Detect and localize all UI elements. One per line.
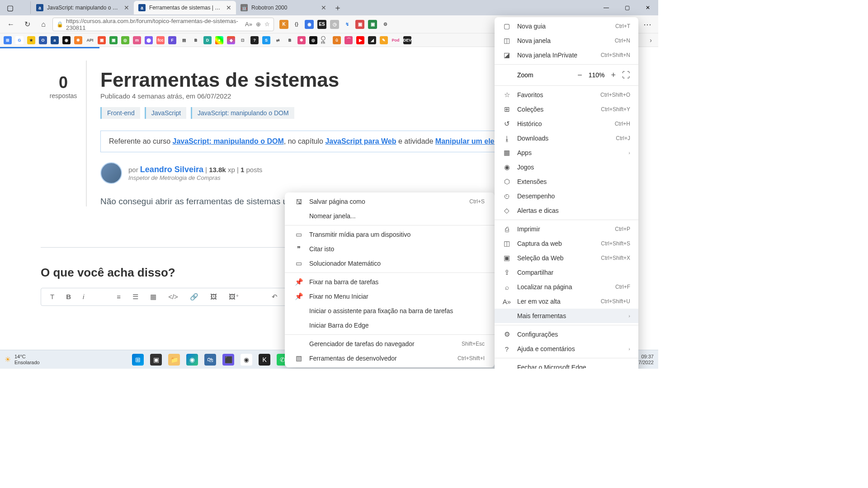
submenu-cite[interactable]: ❞ Citar isto [285, 242, 495, 256]
avatar[interactable] [100, 162, 122, 184]
browser-tab[interactable]: 🤖 Robotron 2000 ✕ [236, 1, 331, 14]
bookmark-icon[interactable]: ⊞ [4, 36, 12, 44]
menu-print[interactable]: ⎙ImprimirCtrl+P [495, 222, 638, 236]
bookmark-icon[interactable]: DEV [403, 36, 411, 44]
bookmark-icon[interactable]: G [15, 36, 24, 44]
tag[interactable]: Front-end [100, 107, 140, 119]
explorer-icon[interactable]: 📁 [168, 354, 180, 366]
zoom-indicator-icon[interactable]: ⊕ [256, 21, 261, 28]
submenu-task-manager[interactable]: Gerenciador de tarefas do navegador Shif… [285, 337, 495, 351]
bookmark-icon[interactable]: Pod [392, 36, 400, 44]
bookmark-icon[interactable]: û [333, 36, 341, 44]
settings-menu-button[interactable]: ⋯ [640, 17, 655, 32]
ext-icon[interactable]: ES [317, 20, 326, 29]
bookmark-icon[interactable]: ? [250, 36, 259, 44]
favorite-icon[interactable]: ☆ [264, 21, 270, 28]
address-bar[interactable]: 🔒 https://cursos.alura.com.br/forum/topi… [52, 18, 274, 31]
bookmark-icon[interactable]: ◯ rh [321, 36, 329, 44]
format-text-icon[interactable]: T [50, 293, 54, 301]
bookmark-icon[interactable]: ✎ [380, 36, 388, 44]
minimize-button[interactable]: — [596, 0, 617, 15]
start-button[interactable]: ⊞ [132, 354, 144, 366]
ext-icon[interactable]: ◉ [305, 20, 314, 29]
menu-share[interactable]: ⇪Compartilhar [495, 265, 638, 280]
submenu-launch-bar[interactable]: Iniciar Barra do Edge [285, 318, 495, 333]
menu-new-window[interactable]: ◫Nova janelaCtrl+N [495, 33, 638, 48]
bookmark-icon[interactable]: 🗎 [286, 36, 294, 44]
ref-chapter-link[interactable]: JavaScript para Web [325, 137, 396, 145]
bookmark-icon[interactable]: ✱ [74, 36, 82, 44]
menu-help[interactable]: ?Ajuda e comentários› [495, 342, 638, 356]
bookmark-icon[interactable]: D [203, 36, 212, 44]
bookmark-icon[interactable]: ◎ [121, 36, 129, 44]
menu-extensions[interactable]: ⬡Extensões [495, 174, 638, 189]
menu-find[interactable]: ⌕Localizar na páginaCtrl+F [495, 280, 638, 294]
tab-actions-icon[interactable]: ▢ [4, 1, 16, 14]
bookmark-icon[interactable]: ⊡ [239, 36, 247, 44]
chrome-icon[interactable]: ◉ [241, 354, 252, 366]
bookmark-icon[interactable]: ▤ [180, 36, 188, 44]
menu-games[interactable]: ◉Jogos [495, 160, 638, 174]
bookmark-icon[interactable]: ◎ [309, 36, 317, 44]
menu-favorites[interactable]: ☆FavoritosCtrl+Shift+O [495, 88, 638, 102]
bookmark-icon[interactable]: m [133, 36, 141, 44]
ext-icon[interactable]: ◷ [330, 20, 339, 29]
submenu-pin-assist[interactable]: Iniciar o assistente para fixação na bar… [285, 304, 495, 318]
browser-tab[interactable]: a JavaScript: manipulando o DOM ✕ [32, 1, 134, 14]
menu-new-tab[interactable]: ▢Nova guiaCtrl+T [495, 19, 638, 33]
close-icon[interactable]: ✕ [226, 4, 231, 11]
bookmark-icon[interactable]: O [39, 36, 47, 44]
bookmark-icon[interactable]: ★ [27, 36, 35, 44]
app-icon[interactable]: ⬛ [222, 354, 234, 366]
image-icon[interactable]: 🖼 [210, 293, 217, 301]
zoom-out-button[interactable]: − [577, 70, 582, 80]
bookmark-icon[interactable]: ✱ [297, 36, 306, 44]
menu-new-inprivate[interactable]: ◪Nova janela InPrivateCtrl+Shift+N [495, 48, 638, 62]
ext-icon[interactable]: ▣ [368, 20, 377, 29]
window-close-button[interactable]: ✕ [637, 0, 658, 15]
menu-close-edge[interactable]: Fechar o Microsoft Edge [495, 360, 638, 369]
submenu-save-as[interactable]: 🖫 Salvar página como Ctrl+S [285, 194, 495, 209]
bookmark-icon[interactable]: 🗎 [192, 36, 200, 44]
submenu-pin-taskbar[interactable]: 📌 Fixar na barra de tarefas [285, 275, 495, 289]
bookmark-icon[interactable]: a [51, 36, 59, 44]
ext-icon[interactable]: {} [292, 20, 301, 29]
code-icon[interactable]: </> [168, 293, 178, 301]
bookmark-icon[interactable]: ⬤ [145, 36, 153, 44]
undo-icon[interactable]: ↶ [272, 293, 278, 301]
menu-performance[interactable]: ⏲Desempenho [495, 189, 638, 203]
menu-history[interactable]: ↺HistóricoCtrl+H [495, 117, 638, 131]
home-button[interactable]: ⌂ [36, 17, 51, 32]
list-ordered-icon[interactable]: ≡ [117, 293, 121, 301]
italic-icon[interactable]: i [83, 293, 84, 301]
submenu-devtools[interactable]: ▧ Ferramentas de desenvolvedor Ctrl+Shif… [285, 351, 495, 366]
menu-more-tools[interactable]: Mais ferramentas› [495, 309, 638, 323]
tag[interactable]: JavaScript: manipulando o DOM [191, 107, 294, 119]
link-icon[interactable]: 🔗 [190, 293, 198, 301]
table-icon[interactable]: ▦ [150, 293, 156, 301]
bookmark-icon[interactable]: ◆ [227, 36, 235, 44]
bookmark-icon[interactable]: ⇄ [274, 36, 282, 44]
zoom-in-button[interactable]: + [611, 70, 616, 80]
back-button[interactable]: ← [4, 17, 18, 32]
bookmark-icon[interactable]: ▣ [109, 36, 118, 44]
bookmark-icon[interactable]: F [168, 36, 176, 44]
browser-tab-active[interactable]: a Ferramentas de sistemas | JavaSc ✕ [134, 1, 236, 14]
submenu-pin-start[interactable]: 📌 Fixar no Menu Iniciar [285, 289, 495, 304]
bold-icon[interactable]: B [66, 293, 71, 301]
bookmark-icon[interactable]: API [86, 36, 94, 44]
taskview-icon[interactable]: ▣ [150, 354, 162, 366]
edge-icon[interactable]: ◉ [186, 354, 198, 366]
bookmark-icon[interactable]: ▶ [356, 36, 364, 44]
ext-icon[interactable]: ⚙ [381, 20, 390, 29]
weather-widget[interactable]: ☀ 14°CEnsolarado [5, 354, 40, 365]
ref-course-link[interactable]: JavaScript: manipulando o DOM [173, 137, 284, 145]
refresh-button[interactable]: ↻ [20, 17, 34, 32]
close-icon[interactable]: ✕ [124, 4, 129, 11]
list-unordered-icon[interactable]: ☰ [132, 293, 138, 301]
menu-collections[interactable]: ⊞ColeçõesCtrl+Shift+Y [495, 102, 638, 117]
fullscreen-icon[interactable]: ⛶ [622, 70, 630, 80]
menu-apps[interactable]: ▦Apps› [495, 145, 638, 160]
read-aloud-icon[interactable]: A» [245, 21, 252, 28]
menu-web-select[interactable]: ▣Seleção da WebCtrl+Shift+X [495, 251, 638, 265]
